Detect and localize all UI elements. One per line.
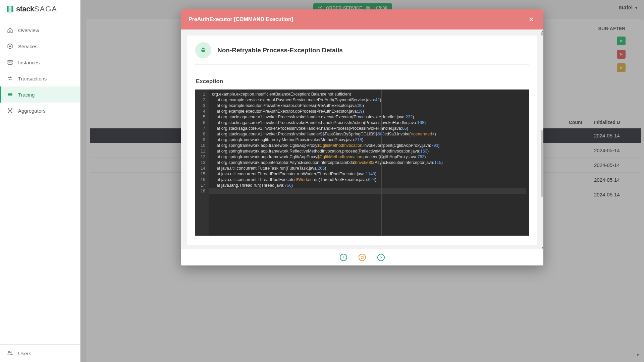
svg-point-19: [8, 352, 10, 353]
logo-text: stackSAGA: [16, 5, 57, 13]
swap-icon: [7, 75, 13, 82]
svg-point-2: [7, 10, 13, 12]
modal-scrollbar[interactable]: ▴ ▾: [539, 29, 543, 249]
svg-line-15: [8, 109, 10, 111]
exception-section: Non-Retryable Process-Exception Details …: [187, 36, 537, 245]
home-icon: [7, 27, 13, 34]
modal-header: PreAuthExecutor [COMMAND Execution]: [181, 9, 543, 29]
code-gutter: 123456789101112131415161718: [195, 89, 209, 236]
refresh-button[interactable]: [359, 254, 366, 261]
logo: stackSAGA: [0, 0, 80, 18]
next-button[interactable]: [377, 254, 385, 261]
nav-label: Instances: [18, 60, 40, 65]
server-icon: [7, 59, 13, 66]
svg-point-4: [9, 46, 11, 47]
nav-services[interactable]: Services: [0, 38, 80, 54]
svg-rect-5: [8, 60, 12, 62]
modal-footer: [181, 249, 543, 265]
nav-label: Aggregators: [18, 108, 46, 114]
hex-icon: [7, 43, 13, 50]
code-block[interactable]: 123456789101112131415161718 org.example.…: [195, 89, 529, 236]
close-button[interactable]: [527, 15, 536, 24]
modal-body: ▴ ▾ Non-Retryable Process-Exception Deta…: [181, 29, 543, 249]
svg-line-16: [10, 109, 12, 111]
nav: Overview Services Instances Transactions…: [0, 18, 80, 344]
nav-label: Users: [18, 351, 31, 356]
nav-label: Transactions: [18, 76, 47, 81]
modal-overlay: PreAuthExecutor [COMMAND Execution] ▴ ▾: [80, 0, 644, 362]
nav-label: Overview: [18, 27, 39, 33]
network-icon: [7, 107, 13, 114]
lines-icon: [7, 91, 13, 98]
code-lines: org.example.exception.InsufficientBalanc…: [209, 89, 529, 236]
nav-label: Tracing: [18, 92, 35, 98]
nav-label: Services: [18, 44, 38, 49]
modal-title: PreAuthExecutor [COMMAND Execution]: [189, 16, 293, 22]
logo-icon: [6, 5, 14, 13]
prev-button[interactable]: [340, 254, 347, 261]
section-title: Non-Retryable Process-Exception Details: [217, 47, 343, 54]
main: ORDER-SERVICE +05:30 mafei ▼ SUB-AFTER: [80, 0, 644, 362]
svg-line-18: [10, 111, 12, 112]
svg-marker-3: [8, 44, 12, 49]
nav-instances[interactable]: Instances: [0, 54, 80, 70]
nav-transactions[interactable]: Transactions: [0, 70, 80, 86]
exception-label: Exception: [195, 78, 529, 85]
bug-icon: [195, 42, 211, 58]
sidebar-bottom: Users: [0, 344, 80, 362]
nav-users[interactable]: Users: [0, 345, 80, 362]
svg-point-20: [11, 352, 12, 353]
nav-tracing[interactable]: Tracing: [0, 86, 80, 103]
modal: PreAuthExecutor [COMMAND Execution] ▴ ▾: [181, 9, 543, 265]
nav-aggregators[interactable]: Aggregators: [0, 103, 80, 119]
sidebar: stackSAGA Overview Services Instances Tr…: [0, 0, 80, 362]
svg-line-17: [8, 111, 10, 112]
svg-rect-6: [8, 63, 12, 65]
nav-overview[interactable]: Overview: [0, 22, 80, 38]
users-icon: [7, 350, 13, 357]
